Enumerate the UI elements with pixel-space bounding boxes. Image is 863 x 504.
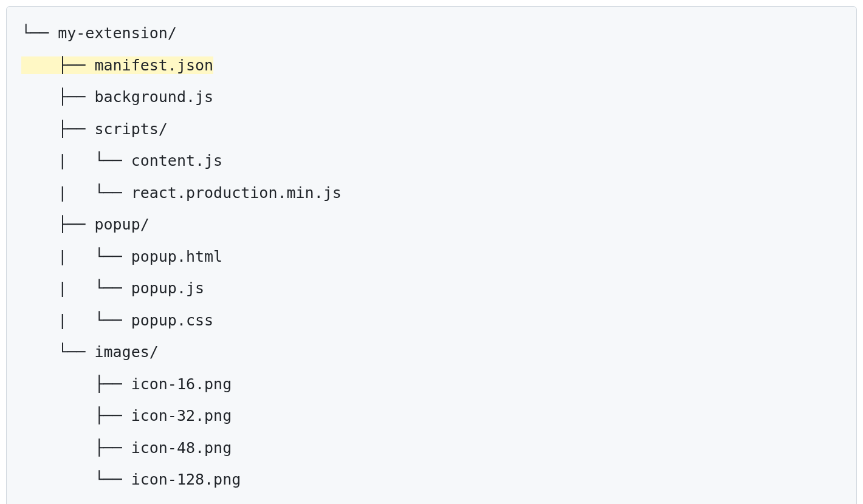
tree-entry-name: images/: [94, 343, 158, 361]
tree-prefix: └──: [21, 24, 58, 42]
tree-prefix: | └──: [21, 184, 131, 202]
tree-line: └── icon-128.png: [21, 464, 842, 496]
tree-prefix: ├──: [21, 88, 94, 106]
tree-prefix: | └──: [21, 152, 131, 169]
tree-line: | └── popup.html: [21, 241, 842, 273]
tree-entry-name: content.js: [131, 152, 223, 169]
tree-line: | └── content.js: [21, 145, 842, 177]
tree-entry-name: popup.css: [131, 312, 213, 329]
tree-entry-name: react.production.min.js: [131, 184, 342, 202]
tree-prefix: ├──: [21, 216, 94, 233]
tree-line: ├── background.js: [21, 81, 842, 114]
tree-line: ├── popup/: [21, 209, 842, 241]
tree-line: | └── popup.css: [21, 305, 842, 337]
tree-line: | └── popup.js: [21, 273, 842, 305]
tree-prefix: ├──: [21, 407, 131, 424]
tree-line: └── my-extension/: [21, 18, 842, 50]
tree-prefix: ├──: [21, 375, 131, 393]
tree-entry-name: popup/: [94, 216, 149, 233]
tree-entry-name: manifest.json: [94, 56, 213, 74]
tree-prefix: | └──: [21, 312, 131, 329]
tree-prefix: └──: [21, 343, 94, 361]
tree-line: ├── scripts/: [21, 114, 842, 146]
tree-entry-name: my-extension/: [58, 24, 177, 42]
file-tree-code-block: └── my-extension/ ├── manifest.json ├── …: [6, 6, 857, 504]
tree-line: ├── icon-32.png: [21, 400, 842, 432]
tree-prefix: └──: [21, 471, 131, 488]
tree-entry-name: icon-48.png: [131, 439, 232, 457]
tree-prefix: | └──: [21, 248, 131, 265]
tree-line: | └── react.production.min.js: [21, 177, 842, 209]
tree-entry-name: scripts/: [94, 120, 167, 138]
tree-entry-name: popup.js: [131, 279, 204, 297]
tree-line: ├── icon-48.png: [21, 432, 842, 465]
file-tree-content: └── my-extension/ ├── manifest.json ├── …: [21, 18, 842, 496]
tree-prefix: ├──: [21, 439, 131, 457]
tree-entry-name: popup.html: [131, 248, 223, 265]
tree-line: ├── manifest.json: [21, 50, 842, 82]
tree-entry-name: icon-16.png: [131, 375, 232, 393]
tree-entry-name: background.js: [94, 88, 213, 106]
tree-entry-name: icon-32.png: [131, 407, 232, 424]
tree-prefix: ├──: [21, 56, 94, 74]
tree-prefix: | └──: [21, 279, 131, 297]
tree-entry-name: icon-128.png: [131, 471, 241, 488]
tree-line: └── images/: [21, 336, 842, 369]
highlighted-line: ├── manifest.json: [21, 56, 213, 74]
tree-prefix: ├──: [21, 120, 94, 138]
tree-line: ├── icon-16.png: [21, 369, 842, 401]
